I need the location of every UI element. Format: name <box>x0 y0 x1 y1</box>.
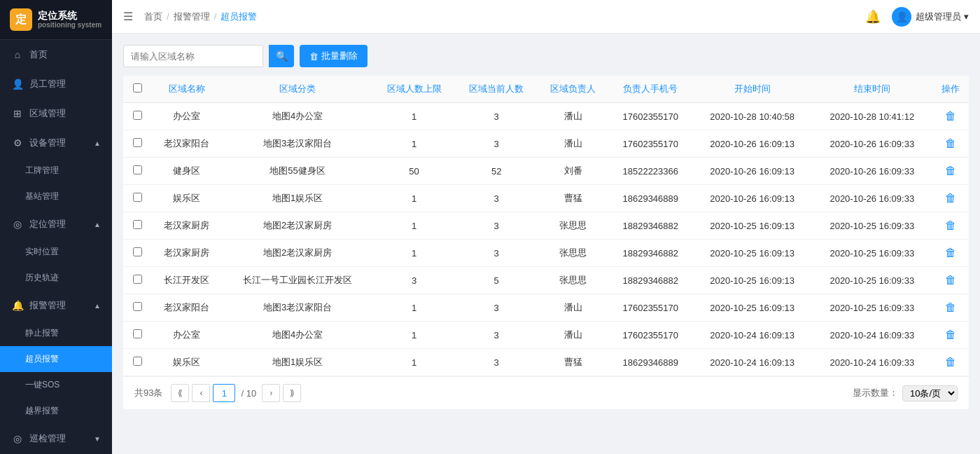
row-action: 🗑 <box>932 349 969 376</box>
sidebar-item-badge[interactable]: 工牌管理 <box>0 158 112 184</box>
row-checkbox[interactable] <box>133 247 142 256</box>
search-input[interactable] <box>123 45 263 67</box>
row-phone: 18522223366 <box>608 158 692 185</box>
sidebar-item-alarm[interactable]: 🔔 报警管理 ▲ <box>0 291 112 320</box>
row-checkbox[interactable] <box>133 111 142 120</box>
row-checkbox[interactable] <box>133 193 142 202</box>
page-size-wrapper: 显示数量： 10条/页 20条/页 50条/页 <box>853 385 958 401</box>
sidebar-item-employee[interactable]: 👤 员工管理 <box>0 69 112 99</box>
page-prev-btn[interactable]: ‹ <box>192 384 210 402</box>
sidebar-item-realtime[interactable]: 实时位置 <box>0 239 112 265</box>
sidebar-item-device[interactable]: ⚙ 设备管理 ▲ <box>0 128 112 158</box>
row-end-time: 2020-10-25 16:09:33 <box>812 267 932 294</box>
chevron-down-icon: ▼ <box>94 435 101 443</box>
chevron-down-icon: ▲ <box>94 139 101 147</box>
row-area-type: 地图1娱乐区 <box>222 185 372 212</box>
sidebar-item-label: 员工管理 <box>29 78 66 90</box>
page-current-input[interactable] <box>213 384 235 402</box>
row-checkbox[interactable] <box>133 302 142 311</box>
row-action: 🗑 <box>932 294 969 322</box>
chevron-down-icon: ▲ <box>94 302 101 310</box>
row-start-time: 2020-10-25 16:09:13 <box>692 212 812 240</box>
page-last-btn[interactable]: ⟫ <box>283 384 301 402</box>
search-button[interactable]: 🔍 <box>269 45 294 67</box>
sidebar-item-history[interactable]: 历史轨迹 <box>0 265 112 291</box>
row-person-in-charge: 张思思 <box>538 212 608 240</box>
row-current-people: 3 <box>455 212 538 240</box>
row-phone: 17602355170 <box>608 130 692 158</box>
search-icon: 🔍 <box>276 50 288 62</box>
row-max-people: 50 <box>373 158 456 185</box>
th-start-time: 开始时间 <box>692 76 812 103</box>
row-checkbox[interactable] <box>133 329 142 338</box>
row-start-time: 2020-10-24 16:09:13 <box>692 322 812 349</box>
sidebar-item-static-alarm[interactable]: 静止报警 <box>0 320 112 346</box>
row-delete-button[interactable]: 🗑 <box>945 137 956 149</box>
row-delete-button[interactable]: 🗑 <box>945 219 956 231</box>
user-menu[interactable]: 👤 超级管理员 ▾ <box>892 7 969 27</box>
th-end-time: 结束时间 <box>812 76 932 103</box>
home-icon: ⌂ <box>11 49 24 60</box>
row-person-in-charge: 曹猛 <box>538 185 608 212</box>
sidebar-item-area[interactable]: ⊞ 区域管理 <box>0 99 112 128</box>
row-delete-button[interactable]: 🗑 <box>945 247 956 259</box>
row-delete-button[interactable]: 🗑 <box>945 274 956 286</box>
sidebar-item-sos[interactable]: 一键SOS <box>0 372 112 398</box>
row-checkbox-cell <box>123 158 151 185</box>
row-delete-button[interactable]: 🗑 <box>945 356 956 368</box>
page-next-btn[interactable]: › <box>262 384 280 402</box>
page-first-btn[interactable]: ⟪ <box>171 384 189 402</box>
row-start-time: 2020-10-24 16:09:13 <box>692 349 812 376</box>
row-phone: 18629346889 <box>608 349 692 376</box>
row-delete-button[interactable]: 🗑 <box>945 329 956 340</box>
menu-icon[interactable]: ☰ <box>123 10 133 23</box>
row-action: 🗑 <box>932 212 969 240</box>
row-phone: 17602355170 <box>608 322 692 349</box>
sidebar-item-home[interactable]: ⌂ 首页 <box>0 40 112 69</box>
page-total-pages: / 10 <box>241 388 256 399</box>
row-area-type: 地图4办公室 <box>222 103 372 130</box>
row-checkbox-cell <box>123 267 151 294</box>
pagination: 共93条 ⟪ ‹ / 10 › ⟫ 显示数量： 10条/页 20条/页 50条/… <box>123 376 969 409</box>
sidebar-item-label: 首页 <box>29 48 48 61</box>
row-delete-button[interactable]: 🗑 <box>945 110 956 122</box>
sidebar-item-boundary[interactable]: 越界报警 <box>0 398 112 424</box>
breadcrumb-alarm[interactable]: 报警管理 <box>174 11 210 23</box>
delete-icon: 🗑 <box>309 51 318 62</box>
row-delete-button[interactable]: 🗑 <box>945 192 956 204</box>
row-action: 🗑 <box>932 240 969 267</box>
sidebar-item-overstay-alarm[interactable]: 超员报警 <box>0 346 112 372</box>
page-total: 共93条 <box>134 387 162 399</box>
row-checkbox[interactable] <box>133 357 142 366</box>
row-person-in-charge: 潘山 <box>538 294 608 322</box>
bell-icon[interactable]: 🔔 <box>865 9 881 25</box>
table-row: 娱乐区 地图1娱乐区 1 3 曹猛 18629346889 2020-10-26… <box>123 185 969 212</box>
sidebar-item-patrol[interactable]: ◎ 巡检管理 ▼ <box>0 424 112 453</box>
row-phone: 18829346882 <box>608 212 692 240</box>
row-current-people: 3 <box>455 294 538 322</box>
sidebar-item-label: 实时位置 <box>25 246 59 258</box>
th-area-type: 区域分类 <box>222 76 372 103</box>
batch-delete-button[interactable]: 🗑 批量删除 <box>300 45 368 67</box>
row-end-time: 2020-10-25 16:09:33 <box>812 294 932 322</box>
row-checkbox[interactable] <box>133 165 142 174</box>
row-action: 🗑 <box>932 267 969 294</box>
row-checkbox[interactable] <box>133 275 142 284</box>
location-icon: ◎ <box>11 219 24 230</box>
th-current-people: 区域当前人数 <box>455 76 538 103</box>
row-checkbox[interactable] <box>133 138 142 147</box>
table-row: 老汉家厨房 地图2老汉家厨房 1 3 张思思 18829346882 2020-… <box>123 240 969 267</box>
sidebar-item-base[interactable]: 基站管理 <box>0 184 112 209</box>
page-size-select[interactable]: 10条/页 20条/页 50条/页 <box>902 385 958 401</box>
select-all-checkbox[interactable] <box>133 83 142 92</box>
row-checkbox[interactable] <box>133 220 142 229</box>
row-start-time: 2020-10-25 16:09:13 <box>692 267 812 294</box>
row-delete-button[interactable]: 🗑 <box>945 301 956 313</box>
row-area-name: 长江开发区 <box>151 267 222 294</box>
row-person-in-charge: 刘番 <box>538 158 608 185</box>
sidebar-item-location[interactable]: ◎ 定位管理 ▲ <box>0 209 112 239</box>
header: ☰ 首页 / 报警管理 / 超员报警 🔔 👤 超级管理员 ▾ <box>112 0 980 34</box>
breadcrumb-home[interactable]: 首页 <box>144 11 162 23</box>
row-end-time: 2020-10-28 10:41:12 <box>812 103 932 130</box>
row-delete-button[interactable]: 🗑 <box>945 165 956 177</box>
